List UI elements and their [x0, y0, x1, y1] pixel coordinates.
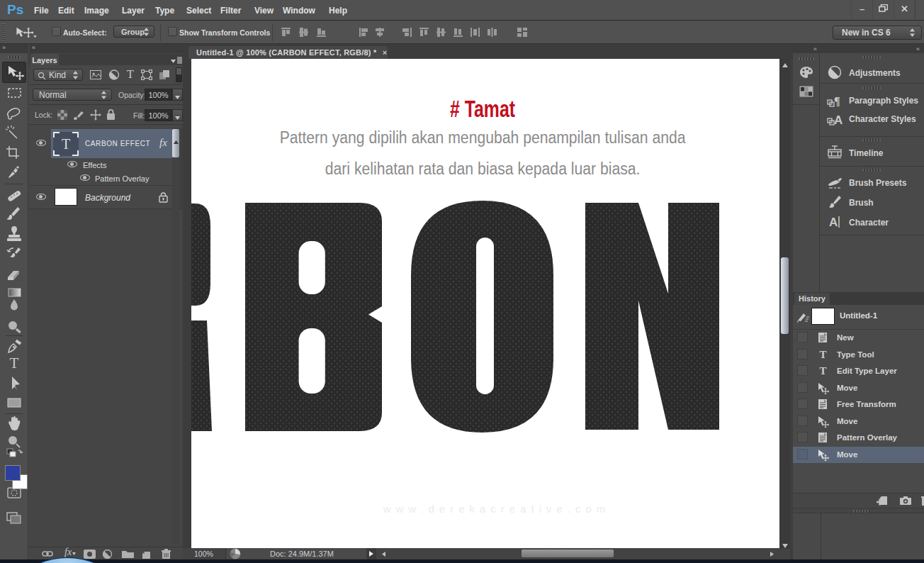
- svg-text:A: A: [829, 216, 838, 229]
- svg-text:¶: ¶: [834, 95, 840, 107]
- svg-text:T: T: [62, 136, 70, 152]
- svg-text:A: A: [834, 113, 843, 127]
